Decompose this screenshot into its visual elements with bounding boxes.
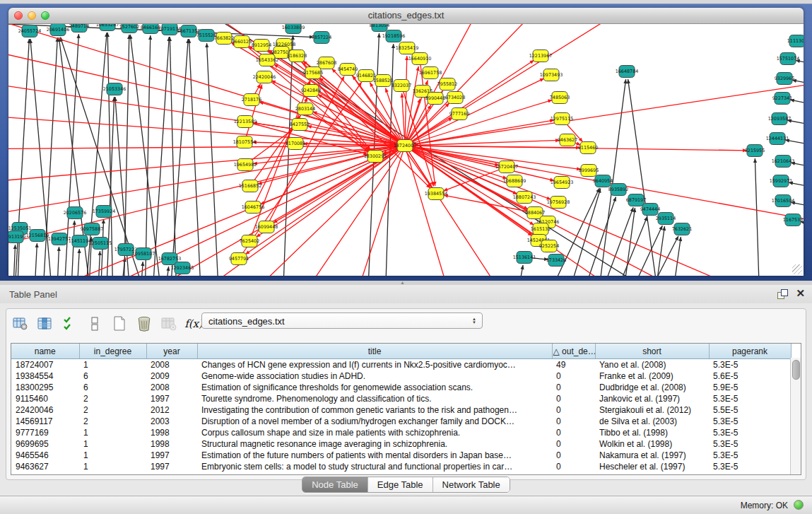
graph-node[interactable]: 9463627 — [558, 134, 577, 146]
graph-node[interactable]: 1588520 — [373, 75, 393, 87]
tab-network-table[interactable]: Network Table — [433, 477, 510, 492]
node-table[interactable]: name in_degree year title △ out_de… shor… — [11, 343, 801, 475]
graph-node[interactable]: 8999695 — [579, 165, 599, 177]
column-header-pagerank[interactable]: pagerank — [709, 344, 791, 359]
divider-collapse-handle[interactable]: ▲ — [400, 281, 406, 284]
graph-node[interactable]: 9474444 — [640, 204, 660, 216]
table-row[interactable]: 1938455462009Genome-wide association stu… — [11, 370, 791, 382]
graph-node[interactable]: 9660125 — [232, 36, 252, 48]
graph-node[interactable]: 8813054 — [370, 24, 389, 32]
graph-node[interactable]: 9115460 — [578, 142, 598, 154]
graph-node[interactable]: 18107554 — [233, 136, 257, 148]
graph-node[interactable]: 8170081 — [286, 138, 305, 150]
graph-node[interactable]: 17016504 — [772, 195, 795, 207]
memory-status-indicator[interactable] — [794, 500, 804, 510]
table-settings-icon[interactable] — [12, 315, 29, 332]
graph-node[interactable]: 8454749 — [338, 64, 358, 76]
resize-grip[interactable] — [792, 264, 802, 274]
column-header-short[interactable]: short — [595, 344, 709, 359]
graph-node[interactable]: 10653287 — [96, 24, 119, 31]
graph-node[interactable]: 8322037 — [392, 80, 411, 92]
new-table-icon[interactable] — [111, 315, 128, 332]
table-row[interactable]: 969969511998Structural magnetic resonanc… — [11, 438, 791, 450]
graph-node[interactable]: 15992971 — [770, 175, 793, 187]
graph-node[interactable]: 12213589 — [234, 116, 257, 128]
tab-edge-table[interactable]: Edge Table — [368, 477, 433, 492]
table-row[interactable]: 946362711997Embryonic stem cells: a mode… — [11, 461, 791, 472]
graph-node[interactable]: 9252254 — [539, 240, 559, 252]
column-header-year[interactable]: year — [146, 344, 197, 359]
function-builder-icon[interactable]: f(x) — [185, 315, 202, 332]
table-row[interactable]: 946554611997Estimation of the future num… — [11, 450, 791, 461]
graph-node[interactable]: 8215955 — [745, 145, 765, 157]
graph-node[interactable]: 1733426 — [546, 255, 566, 267]
graph-node[interactable]: 2718176 — [242, 94, 261, 106]
graph-node[interactable]: 1527602 — [119, 24, 139, 33]
graph-node[interactable]: 20206576 — [64, 207, 87, 219]
graph-node[interactable]: 15136141 — [513, 252, 536, 264]
graph-node[interactable]: 1615132 — [531, 223, 551, 235]
graph-node[interactable]: 9242848 — [301, 85, 321, 97]
graph-node[interactable]: 7625402 — [240, 235, 259, 247]
table-selector-dropdown[interactable]: citations_edges.txt ▲▼ — [201, 313, 483, 329]
graph-node[interactable]: 9175685 — [303, 67, 323, 79]
table-row[interactable]: 911546021997Tourette syndrome. Phenomeno… — [11, 393, 791, 404]
graph-node[interactable]: 19218596 — [382, 30, 406, 42]
graph-node[interactable]: 24055724 — [18, 25, 42, 37]
graph-node[interactable]: 9777169 — [449, 108, 469, 120]
float-panel-icon[interactable] — [777, 289, 787, 298]
graph-node[interactable]: 12093587 — [768, 113, 792, 125]
graph-node[interactable]: 7955812 — [437, 78, 457, 90]
graph-node[interactable]: 2489714 — [69, 24, 89, 33]
graph-node[interactable]: 8990448 — [425, 93, 445, 105]
citation-network-graph[interactable]: 2405572420691406248971410653287152760284… — [8, 24, 804, 276]
graph-node[interactable]: 8912954 — [252, 40, 271, 52]
graph-node[interactable]: 2803144 — [295, 103, 315, 115]
graph-node[interactable]: 10688609 — [503, 175, 526, 187]
graph-node[interactable]: 16640910 — [408, 53, 432, 65]
graph-node[interactable]: 16648784 — [616, 66, 639, 78]
graph-node[interactable]: 8935892 — [608, 184, 628, 196]
column-checks-icon[interactable] — [61, 315, 78, 332]
graph-node[interactable]: 9457791 — [229, 253, 249, 265]
graph-node[interactable]: 3913199 — [8, 231, 25, 243]
delete-table-icon[interactable] — [136, 315, 153, 332]
table-row[interactable]: 2242004622012Investigating the contribut… — [11, 404, 791, 416]
graph-node[interactable]: 1111304 — [787, 35, 804, 47]
graph-node[interactable]: 8427552 — [290, 119, 310, 131]
graph-node[interactable]: 19384554 — [425, 188, 448, 200]
network-canvas[interactable]: 2405572420691406248971410653287152760284… — [8, 24, 804, 276]
graph-node[interactable]: 12213967 — [529, 50, 553, 62]
graph-node[interactable]: 9329965 — [775, 73, 794, 85]
graph-node[interactable]: 7632621 — [672, 223, 692, 235]
graph-node[interactable]: 6734028 — [445, 92, 465, 104]
column-header-out-degree[interactable]: △ out_de… — [552, 344, 595, 359]
graph-node[interactable]: 9640954 — [593, 175, 613, 187]
graph-node[interactable]: 90975887 — [81, 223, 104, 235]
graph-node[interactable]: 16033809 — [282, 24, 305, 34]
table-row[interactable]: 1830029562008Estimation of significance … — [11, 382, 791, 393]
column-header-name[interactable]: name — [11, 344, 79, 359]
graph-node[interactable]: 19756928 — [547, 197, 570, 209]
graph-node[interactable]: 7485063 — [550, 92, 570, 104]
graph-node[interactable]: 8186328 — [287, 50, 307, 62]
graph-node[interactable]: 9227341 — [772, 93, 792, 105]
tab-node-table[interactable]: Node Table — [302, 477, 368, 492]
table-row[interactable]: 1872400712008Changes of HCN gene express… — [11, 359, 791, 371]
graph-node[interactable]: 18325419 — [396, 42, 419, 54]
graph-node[interactable]: 21053346 — [103, 83, 126, 95]
column-header-title[interactable]: title — [197, 344, 552, 359]
table-row[interactable]: 1456911722003Disruption of a novel membe… — [11, 416, 791, 427]
close-panel-icon[interactable]: ✕ — [796, 288, 805, 299]
graph-node[interactable]: 11451194 — [69, 235, 92, 247]
vertical-scrollbar[interactable] — [790, 358, 801, 474]
graph-node[interactable]: 16210643 — [772, 156, 795, 168]
select-columns-icon[interactable] — [37, 315, 54, 332]
graph-node[interactable]: 2935114 — [656, 213, 676, 225]
window-titlebar[interactable]: citations_edges.txt — [8, 8, 804, 24]
scrollbar-thumb[interactable] — [792, 360, 800, 380]
graph-node[interactable]: 7857224 — [312, 32, 331, 44]
graph-node[interactable]: 12444131 — [766, 133, 789, 145]
graph-node[interactable]: 17359924 — [93, 206, 116, 218]
row-height-icon[interactable] — [86, 315, 103, 332]
